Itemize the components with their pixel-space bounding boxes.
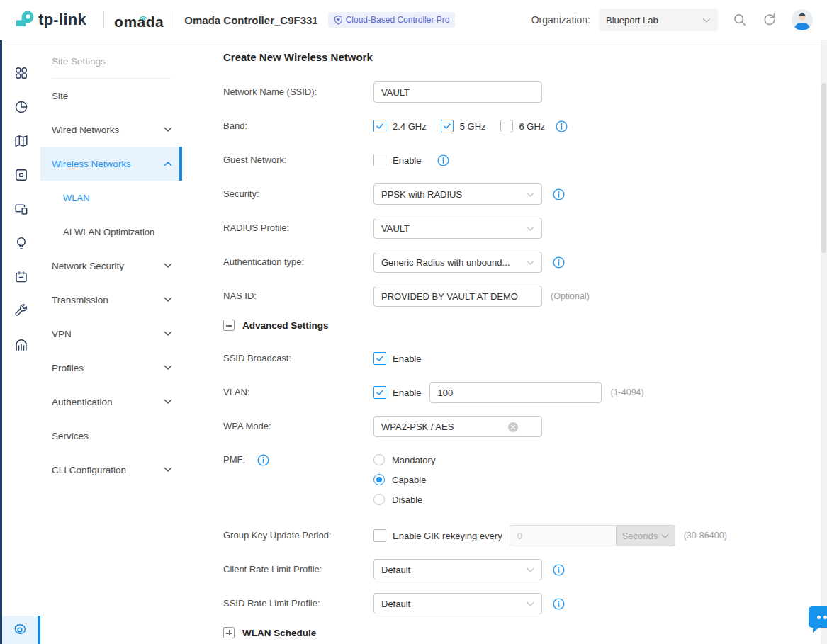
guest-network-label: Guest Network: [223, 149, 373, 171]
nav-item-wired-networks[interactable]: Wired Networks [40, 113, 182, 147]
check-icon [376, 122, 384, 130]
gik-interval-input: 0 [510, 525, 616, 546]
security-label: Security: [223, 183, 373, 205]
nav-item-transmission[interactable]: Transmission [40, 283, 182, 317]
gik-rekeying-checkbox[interactable] [373, 529, 386, 542]
nas-id-input[interactable] [373, 286, 542, 307]
pmf-disable-option[interactable]: Disable [373, 490, 435, 509]
wifi-arcs-icon [137, 6, 149, 23]
scrollbar[interactable] [821, 40, 827, 644]
chat-feedback-button[interactable] [809, 606, 827, 628]
guest-enable-label: Enable [393, 155, 421, 166]
gik-unit-select: Seconds [616, 525, 675, 546]
client-rate-limit-label: Client Rate Limit Profile: [223, 559, 373, 580]
header-separator [174, 11, 174, 28]
band-info-icon[interactable] [555, 120, 568, 133]
wlan-schedule-toggle[interactable]: WLAN Schedule [223, 627, 813, 638]
vlan-checkbox[interactable] [373, 386, 386, 399]
vlan-range-hint: (1-4094) [610, 388, 643, 397]
logs-icon[interactable] [2, 260, 40, 294]
sidebar-item-settings[interactable] [2, 616, 40, 644]
band-6ghz-label: 6 GHz [519, 121, 546, 132]
band-24ghz-checkbox[interactable] [373, 120, 386, 132]
authentication-type-select[interactable]: Generic Radius with unbound... [373, 252, 542, 273]
band-5ghz-checkbox[interactable] [441, 120, 454, 132]
nav-item-wlan[interactable]: WLAN [40, 181, 182, 215]
security-info-icon[interactable] [552, 188, 566, 201]
band-label: Band: [223, 115, 373, 137]
nav-item-network-security[interactable]: Network Security [40, 249, 182, 283]
vlan-row: VLAN: Enable (1-4094) [223, 382, 813, 403]
header-separator [103, 11, 104, 28]
ssid-input[interactable] [373, 81, 542, 103]
insight-icon[interactable] [2, 226, 40, 260]
ssid-rate-limit-row: SSID Rate Limit Profile: Default [223, 593, 813, 614]
clients-icon[interactable] [2, 192, 40, 226]
refresh-icon[interactable] [762, 12, 777, 28]
nav-item-vpn[interactable]: VPN [40, 317, 182, 351]
nav-item-cli-configuration[interactable]: CLI Configuration [40, 453, 182, 487]
collapse-minus-icon[interactable] [223, 320, 235, 331]
radius-profile-select[interactable]: VAULT [373, 218, 542, 239]
chevron-down-icon [702, 15, 711, 26]
nas-id-label: NAS ID: [223, 286, 373, 307]
nav-item-site[interactable]: Site [40, 79, 182, 113]
ssid-label: Network Name (SSID): [223, 81, 373, 103]
nav-item-profiles[interactable]: Profiles [40, 351, 182, 385]
app-header: tp-link omada Omada Controller_C9F331 [0, 0, 827, 40]
check-icon [443, 122, 451, 130]
chevron-down-icon [527, 223, 534, 234]
wpa-mode-select[interactable]: WPA2-PSK / AES [373, 416, 542, 437]
advanced-settings-toggle[interactable]: Advanced Settings [223, 320, 813, 331]
pmf-mandatory-option[interactable]: Mandatory [373, 450, 435, 470]
chevron-down-icon [164, 365, 172, 371]
check-icon [376, 354, 384, 363]
wlan-schedule-title: WLAN Schedule [242, 628, 316, 638]
tplink-logo-icon: tp-link [14, 11, 86, 29]
scrollbar-thumb[interactable] [821, 83, 826, 253]
gik-range-hint: (30-86400) [684, 531, 727, 541]
search-icon[interactable] [732, 12, 748, 28]
band-24ghz-label: 2.4 GHz [393, 121, 427, 132]
radius-profile-row: RADIUS Profile: VAULT [223, 218, 813, 239]
tools-icon[interactable] [2, 294, 40, 328]
nav-item-ai-wlan-optimization[interactable]: AI WLAN Optimization [40, 215, 182, 249]
chevron-down-icon [164, 297, 172, 303]
band-6ghz-checkbox[interactable] [500, 120, 513, 132]
organization-select[interactable]: Blueport Lab [599, 9, 718, 31]
security-select[interactable]: PPSK with RADIUS [373, 183, 542, 205]
header-right: Organization: Blueport Lab [531, 9, 813, 31]
chat-dot [817, 616, 821, 619]
guest-network-checkbox[interactable] [373, 154, 386, 166]
nav-item-authentication[interactable]: Authentication [40, 385, 182, 419]
client-rate-limit-info-icon[interactable] [552, 563, 566, 577]
ssid-broadcast-checkbox[interactable] [373, 352, 386, 365]
gik-rekeying-label: Enable GIK rekeying every [393, 531, 502, 541]
map-icon[interactable] [2, 124, 40, 158]
client-rate-limit-row: Client Rate Limit Profile: Default [223, 559, 813, 580]
omada-wordmark: omada [114, 9, 164, 30]
client-rate-limit-select[interactable]: Default [373, 559, 542, 580]
vlan-id-input[interactable] [429, 382, 602, 403]
pmf-capable-option[interactable]: Capable [373, 470, 435, 490]
authentication-type-info-icon[interactable] [552, 256, 566, 269]
band-row: Band: 2.4 GHz 5 GHz [223, 115, 813, 137]
avatar[interactable] [792, 9, 813, 30]
ssid-rate-limit-select[interactable]: Default [373, 593, 542, 614]
nav-item-services[interactable]: Services [40, 419, 182, 453]
guest-network-info-icon[interactable] [437, 154, 450, 167]
pmf-info-icon[interactable] [257, 453, 270, 467]
ssid-rate-limit-info-icon[interactable] [552, 597, 566, 611]
authentication-type-row: Authentication type: Generic Radius with… [223, 252, 813, 273]
statistics-icon[interactable] [2, 90, 40, 124]
clear-icon[interactable] [507, 422, 519, 435]
devices-icon[interactable] [2, 158, 40, 192]
security-row: Security: PPSK with RADIUS [223, 183, 813, 205]
chevron-down-icon [661, 531, 669, 541]
expand-plus-icon[interactable] [223, 627, 235, 638]
authentication-type-label: Authentication type: [223, 252, 373, 273]
chat-dot [823, 616, 827, 619]
dashboard-icon[interactable] [2, 56, 40, 90]
nav-item-wireless-networks[interactable]: Wireless Networks [40, 147, 182, 181]
analytics-icon[interactable] [2, 328, 40, 362]
